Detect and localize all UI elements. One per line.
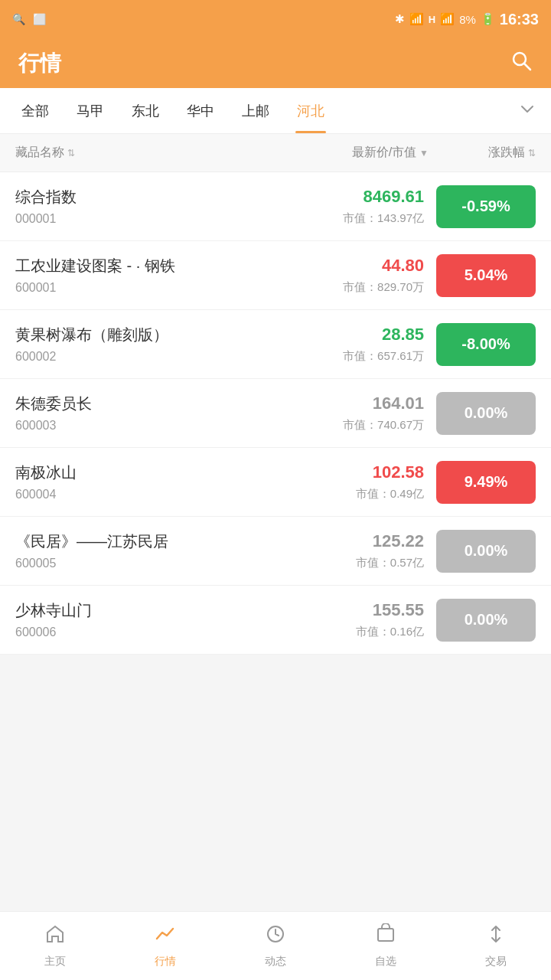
stock-name-5: 《民居》——江苏民居 xyxy=(15,531,283,552)
stock-list: 综合指数 000001 8469.61 市值：143.97亿 -0.59% 工农… xyxy=(0,172,551,724)
nav-dynamic-label: 动态 xyxy=(265,955,286,969)
tab-all[interactable]: 全部 xyxy=(8,88,63,133)
stock-code-3: 600003 xyxy=(15,419,283,433)
stock-badge-2: -8.00% xyxy=(436,323,536,366)
tab-shangyou[interactable]: 上邮 xyxy=(228,88,283,133)
stock-row-0[interactable]: 综合指数 000001 8469.61 市值：143.97亿 -0.59% xyxy=(0,172,551,241)
nav-market[interactable]: 行情 xyxy=(110,923,220,969)
stock-name-2: 黄果树瀑布（雕刻版） xyxy=(15,325,283,345)
category-tabs: 全部 马甲 东北 华中 上邮 河北 xyxy=(0,88,551,134)
stock-market-2: 市值：657.61万 xyxy=(283,349,424,364)
screen-icon: ⬜ xyxy=(33,13,46,25)
stock-name-4: 南极冰山 xyxy=(15,462,283,483)
stock-badge-6: 0.00% xyxy=(436,599,536,642)
stock-price-area-3: 164.01 市值：740.67万 xyxy=(283,394,436,433)
stock-list-container: 综合指数 000001 8469.61 市值：143.97亿 -0.59% 工农… xyxy=(0,172,551,655)
col-price-header[interactable]: 最新价/市值 ▼ xyxy=(276,145,429,161)
stock-market-4: 市值：0.49亿 xyxy=(283,487,424,501)
nav-trade[interactable]: 交易 xyxy=(441,923,551,969)
home-icon xyxy=(44,923,66,950)
stock-code-6: 600006 xyxy=(15,626,283,639)
stock-market-0: 市值：143.97亿 xyxy=(283,211,424,226)
nav-trade-label: 交易 xyxy=(485,955,507,969)
stock-price-2: 28.85 xyxy=(283,325,424,345)
svg-line-1 xyxy=(524,64,530,70)
app-header: 行情 xyxy=(0,38,551,88)
col-change-header[interactable]: 涨跌幅 ⇅ xyxy=(429,145,536,161)
stock-badge-5: 0.00% xyxy=(436,530,536,573)
stock-row-6[interactable]: 少林寺山门 600006 155.55 市值：0.16亿 0.00% xyxy=(0,586,551,655)
stock-row-4[interactable]: 南极冰山 600004 102.58 市值：0.49亿 9.49% xyxy=(0,448,551,517)
stock-price-6: 155.55 xyxy=(283,600,424,620)
stock-row-1[interactable]: 工农业建设图案 - · 钢铁 600001 44.80 市值：829.70万 5… xyxy=(0,241,551,310)
stock-name-3: 朱德委员长 xyxy=(15,394,283,414)
bottom-navigation: 主页 行情 动态 自选 xyxy=(0,911,551,980)
tab-dongbei[interactable]: 东北 xyxy=(118,88,173,133)
stock-row-5[interactable]: 《民居》——江苏民居 600005 125.22 市值：0.57亿 0.00% xyxy=(0,517,551,586)
stock-market-6: 市值：0.16亿 xyxy=(283,625,424,639)
stock-code-2: 600002 xyxy=(15,350,283,364)
nav-dynamic[interactable]: 动态 xyxy=(220,923,331,969)
h-network-icon: H xyxy=(429,14,435,25)
nav-home[interactable]: 主页 xyxy=(0,923,110,969)
stock-row-2[interactable]: 黄果树瀑布（雕刻版） 600002 28.85 市值：657.61万 -8.00… xyxy=(0,310,551,379)
stock-badge-1: 5.04% xyxy=(436,254,536,297)
status-time: 16:33 xyxy=(500,11,539,28)
stock-info-6: 少林寺山门 600006 xyxy=(15,600,283,639)
stock-price-5: 125.22 xyxy=(283,531,424,551)
stock-code-5: 600005 xyxy=(15,557,283,570)
wifi-icon: 📶 xyxy=(409,12,424,26)
stock-price-area-6: 155.55 市值：0.16亿 xyxy=(283,600,436,639)
stock-badge-4: 9.49% xyxy=(436,461,536,504)
nav-market-label: 行情 xyxy=(155,955,176,969)
signal-icon: 📶 xyxy=(440,12,455,26)
stock-price-area-1: 44.80 市值：829.70万 xyxy=(283,256,436,295)
nav-watchlist-label: 自选 xyxy=(375,955,396,969)
stock-name-6: 少林寺山门 xyxy=(15,600,283,621)
dynamic-icon xyxy=(265,923,286,950)
stock-row-3[interactable]: 朱德委员长 600003 164.01 市值：740.67万 0.00% xyxy=(0,379,551,448)
stock-info-3: 朱德委员长 600003 xyxy=(15,394,283,433)
stock-info-2: 黄果树瀑布（雕刻版） 600002 xyxy=(15,325,283,364)
trade-icon xyxy=(485,923,507,950)
column-headers: 藏品名称 ⇅ 最新价/市值 ▼ 涨跌幅 ⇅ xyxy=(0,134,551,172)
stock-name-0: 综合指数 xyxy=(15,187,283,207)
stock-code-1: 600001 xyxy=(15,281,283,295)
search-status-icon: 🔍 xyxy=(12,13,25,25)
tab-majia[interactable]: 马甲 xyxy=(63,88,118,133)
stock-info-1: 工农业建设图案 - · 钢铁 600001 xyxy=(15,256,283,295)
stock-price-area-2: 28.85 市值：657.61万 xyxy=(283,325,436,364)
stock-price-1: 44.80 xyxy=(283,256,424,276)
status-bar: 🔍 ⬜ ✱ 📶 H 📶 8% 🔋 16:33 xyxy=(0,0,551,38)
stock-price-3: 164.01 xyxy=(283,394,424,413)
page-title: 行情 xyxy=(18,49,61,78)
stock-market-3: 市值：740.67万 xyxy=(283,418,424,433)
tab-huazhong[interactable]: 华中 xyxy=(173,88,228,133)
stock-info-5: 《民居》——江苏民居 600005 xyxy=(15,531,283,570)
market-icon xyxy=(155,923,176,950)
nav-watchlist[interactable]: 自选 xyxy=(331,923,441,969)
col-name-header[interactable]: 藏品名称 ⇅ xyxy=(15,145,276,161)
stock-badge-3: 0.00% xyxy=(436,392,536,435)
stock-market-5: 市值：0.57亿 xyxy=(283,556,424,570)
stock-badge-0: -0.59% xyxy=(436,185,536,228)
stock-price-area-0: 8469.61 市值：143.97亿 xyxy=(283,187,436,226)
stock-price-4: 102.58 xyxy=(283,462,424,482)
status-left-icons: 🔍 ⬜ xyxy=(12,13,46,25)
battery-icon: 🔋 xyxy=(481,12,495,26)
stock-info-0: 综合指数 000001 xyxy=(15,187,283,226)
nav-home-label: 主页 xyxy=(44,955,66,969)
stock-price-area-4: 102.58 市值：0.49亿 xyxy=(283,462,436,501)
stock-price-area-5: 125.22 市值：0.57亿 xyxy=(283,531,436,570)
stock-market-1: 市值：829.70万 xyxy=(283,280,424,295)
tab-hebei[interactable]: 河北 xyxy=(283,88,338,133)
stock-price-0: 8469.61 xyxy=(283,187,424,207)
stock-info-4: 南极冰山 600004 xyxy=(15,462,283,501)
battery-level: 8% xyxy=(459,13,476,26)
header-search-icon[interactable] xyxy=(510,49,533,77)
change-sort-icon: ⇅ xyxy=(528,148,536,158)
svg-rect-3 xyxy=(378,929,393,941)
stock-name-1: 工农业建设图案 - · 钢铁 xyxy=(15,256,283,276)
status-right-info: ✱ 📶 H 📶 8% 🔋 16:33 xyxy=(395,11,539,28)
tab-dropdown-icon[interactable] xyxy=(511,100,543,121)
